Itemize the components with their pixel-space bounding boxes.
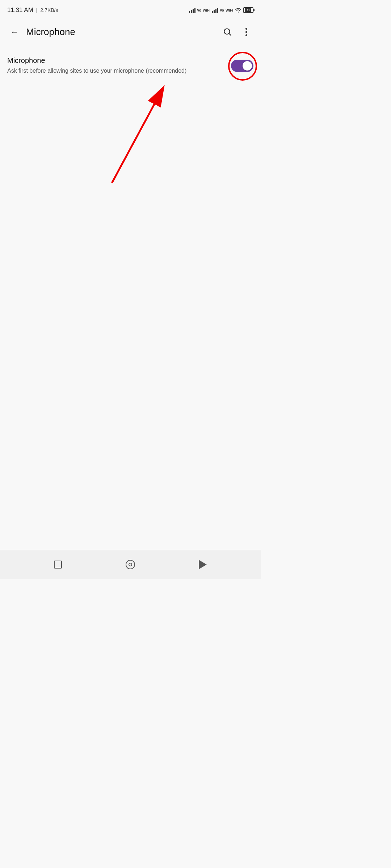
- more-options-button[interactable]: [237, 23, 255, 41]
- setting-description: Ask first before allowing sites to use y…: [7, 67, 225, 75]
- signal-bar: [189, 11, 190, 13]
- home-icon-inner: [129, 563, 132, 566]
- home-button[interactable]: [120, 554, 140, 575]
- battery-icon: 91: [243, 7, 253, 13]
- signal-bar: [217, 8, 218, 13]
- recent-apps-button[interactable]: [48, 554, 68, 575]
- setting-text: Microphone Ask first before allowing sit…: [7, 56, 231, 75]
- signal-bar: [212, 11, 213, 13]
- svg-line-1: [229, 34, 231, 35]
- more-options-icon: [245, 28, 247, 36]
- annotation-arrow: [80, 67, 181, 190]
- main-content: Microphone Ask first before allowing sit…: [0, 45, 261, 86]
- search-icon: [223, 27, 232, 37]
- signal-bar: [215, 9, 216, 13]
- signal-bars-1: [189, 7, 196, 13]
- signal-bar: [193, 9, 194, 13]
- signal-bar: [194, 8, 196, 13]
- status-network-speed: 2.7KB/s: [40, 7, 58, 13]
- status-icons: Vo WiFi Vo WiFi 91: [189, 7, 253, 13]
- wifi-label-1: WiFi: [203, 8, 210, 12]
- app-bar-actions: [219, 23, 255, 41]
- nav-bar: [0, 550, 261, 579]
- search-button[interactable]: [219, 23, 236, 41]
- status-time-speed: 11:31 AM | 2.7KB/s: [7, 7, 58, 14]
- recent-apps-icon: [54, 561, 62, 569]
- vo-label-2: Vo: [220, 8, 224, 12]
- back-nav-icon: [199, 560, 207, 569]
- wifi-icon: [235, 7, 242, 13]
- page-title: Microphone: [26, 26, 219, 38]
- signal-bar: [214, 10, 215, 13]
- microphone-toggle[interactable]: [231, 60, 253, 72]
- app-bar: ← Microphone: [0, 19, 261, 45]
- status-speed: |: [36, 7, 38, 13]
- back-arrow-icon: ←: [10, 27, 19, 37]
- home-icon: [126, 560, 135, 569]
- status-bar: 11:31 AM | 2.7KB/s Vo WiFi Vo WiFi: [0, 0, 261, 19]
- toggle-knob: [243, 61, 252, 71]
- microphone-setting-item: Microphone Ask first before allowing sit…: [7, 51, 253, 81]
- toggle-area: [231, 60, 253, 72]
- status-time: 11:31 AM: [7, 7, 33, 14]
- vo-label-1: Vo: [197, 8, 201, 12]
- signal-bars-2: [212, 7, 218, 13]
- battery-indicator: 91: [243, 7, 253, 13]
- back-nav-button[interactable]: [193, 554, 213, 575]
- signal-bar: [191, 10, 192, 13]
- svg-line-3: [112, 88, 163, 182]
- wifi-label-2: WiFi: [226, 8, 233, 12]
- back-button[interactable]: ←: [6, 23, 23, 41]
- setting-title: Microphone: [7, 56, 225, 65]
